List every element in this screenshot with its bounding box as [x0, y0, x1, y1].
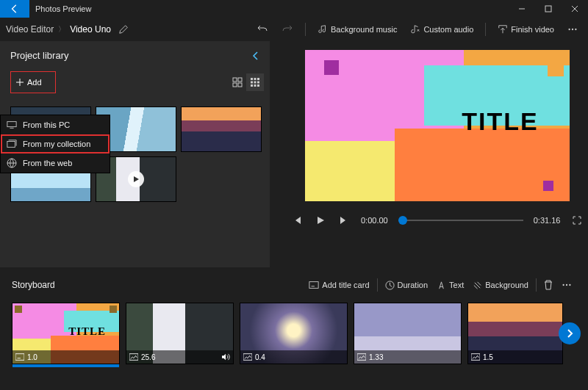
project-library-pane: Project library Add: [0, 41, 270, 267]
library-thumb[interactable]: [181, 106, 262, 152]
svg-point-2: [572, 29, 573, 30]
next-frame-button[interactable]: [337, 216, 351, 225]
svg-point-24: [569, 284, 570, 286]
total-time: 0:31.16: [534, 216, 561, 225]
clip-duration: 1.0: [27, 353, 37, 361]
view-large-button[interactable]: [229, 73, 246, 91]
storyboard-title: Storyboard: [12, 280, 55, 290]
divider: [305, 23, 306, 36]
menu-from-collection[interactable]: From my collection: [1, 134, 110, 154]
clip-duration: 25.6: [141, 353, 155, 361]
project-library-title: Project library: [10, 50, 68, 61]
prev-frame-button[interactable]: [290, 216, 304, 225]
finish-video-button[interactable]: Finish video: [493, 19, 559, 40]
minimize-button[interactable]: [509, 0, 535, 18]
svg-rect-4: [233, 78, 237, 82]
delete-clip-button[interactable]: [539, 275, 557, 295]
clip-corner-handle: [15, 306, 22, 313]
fullscreen-button[interactable]: [570, 216, 584, 225]
background-button[interactable]: Background: [468, 275, 533, 295]
svg-rect-13: [257, 82, 259, 84]
divider: [536, 278, 537, 292]
seek-slider[interactable]: [398, 220, 523, 221]
more-button[interactable]: [563, 19, 582, 40]
add-button[interactable]: Add: [10, 71, 56, 93]
image-icon: [471, 353, 480, 361]
rename-button[interactable]: [118, 24, 129, 35]
image-icon: [357, 353, 366, 361]
svg-rect-9: [254, 78, 257, 80]
add-title-card-label: Add title card: [322, 281, 369, 289]
svg-rect-14: [251, 84, 253, 87]
svg-rect-7: [238, 83, 242, 87]
collapse-library-button[interactable]: [252, 51, 259, 61]
svg-rect-17: [7, 122, 16, 127]
preview-title-text: TITLE: [462, 107, 538, 136]
add-title-card-button[interactable]: Add title card: [304, 275, 373, 295]
current-time: 0:00.00: [361, 216, 388, 225]
menu-from-this-pc-label: From this PC: [23, 120, 70, 129]
svg-point-23: [566, 284, 567, 286]
preview-canvas[interactable]: TITLE: [305, 50, 570, 201]
storyboard-clip[interactable]: TITLE 1.0: [12, 303, 120, 364]
close-button[interactable]: [562, 0, 588, 18]
svg-rect-16: [257, 84, 259, 87]
clip-duration: 0.4: [255, 353, 265, 361]
svg-rect-8: [251, 78, 253, 80]
add-context-menu: From this PC From my collection From the…: [0, 115, 110, 173]
svg-rect-5: [238, 78, 242, 82]
divider: [485, 23, 486, 36]
app-title: Photos Preview: [35, 4, 91, 13]
image-icon: [129, 353, 138, 361]
storyboard-more-button[interactable]: [557, 275, 576, 295]
maximize-button[interactable]: [535, 0, 562, 18]
svg-rect-10: [257, 78, 259, 80]
storyboard-clip[interactable]: 25.6: [126, 303, 234, 364]
menu-from-collection-label: From my collection: [23, 140, 90, 148]
svg-point-1: [568, 29, 570, 30]
finish-video-label: Finish video: [511, 25, 554, 34]
svg-rect-15: [254, 84, 257, 87]
svg-rect-20: [309, 282, 318, 289]
chevron-right-icon: 〉: [58, 24, 65, 35]
svg-rect-25: [15, 354, 24, 361]
svg-rect-18: [7, 142, 15, 148]
breadcrumb-root[interactable]: Video Editor: [6, 24, 54, 35]
svg-rect-0: [545, 6, 551, 12]
background-label: Background: [485, 281, 528, 289]
view-small-button[interactable]: [246, 73, 264, 91]
image-icon: [243, 353, 252, 361]
storyboard-clip[interactable]: 1.5: [467, 303, 563, 364]
breadcrumb-project[interactable]: Video Uno: [70, 24, 111, 35]
text-label: Text: [449, 281, 464, 289]
preview-pane: TITLE 0:00.00 0:31.16: [270, 41, 588, 267]
duration-label: Duration: [398, 281, 429, 289]
clip-selected-indicator: [12, 364, 119, 367]
menu-from-this-pc[interactable]: From this PC: [1, 115, 110, 134]
play-button[interactable]: [314, 216, 327, 225]
svg-rect-11: [251, 82, 253, 84]
clip-duration: 1.5: [483, 353, 493, 361]
svg-point-22: [562, 284, 564, 286]
text-button[interactable]: Text: [432, 275, 468, 295]
svg-rect-12: [254, 82, 257, 84]
clip-corner-handle: [110, 306, 117, 313]
redo-button[interactable]: [277, 19, 298, 40]
background-music-label: Background music: [331, 25, 398, 34]
custom-audio-label: Custom audio: [423, 25, 473, 34]
custom-audio-button[interactable]: Custom audio: [406, 19, 478, 40]
play-icon: [128, 171, 144, 187]
add-label: Add: [27, 78, 42, 87]
back-button[interactable]: [0, 0, 29, 18]
svg-rect-6: [233, 83, 237, 87]
menu-from-web[interactable]: From the web: [1, 154, 110, 173]
storyboard-clip[interactable]: 0.4: [240, 303, 348, 364]
duration-button[interactable]: Duration: [381, 275, 433, 295]
divider: [377, 278, 378, 292]
storyboard-track: TITLE 1.0 25.6 0.4: [12, 303, 576, 364]
background-music-button[interactable]: Background music: [313, 19, 402, 40]
undo-button[interactable]: [252, 19, 273, 40]
storyboard-clip[interactable]: 1.33: [354, 303, 462, 364]
clip-duration: 1.33: [369, 353, 383, 361]
scroll-right-button[interactable]: [559, 322, 581, 344]
